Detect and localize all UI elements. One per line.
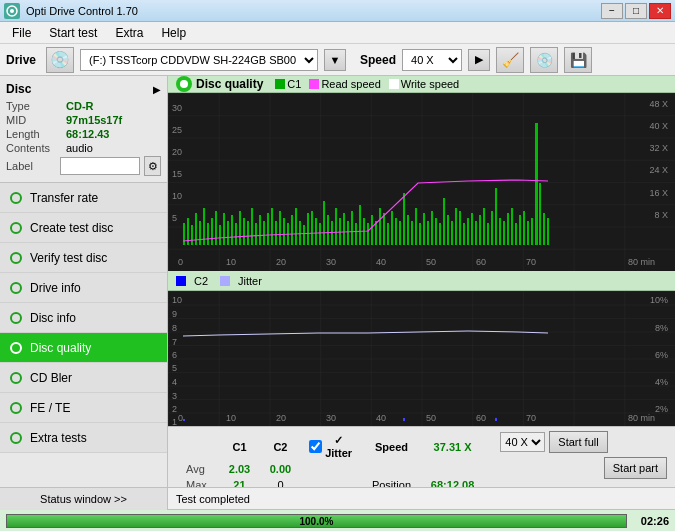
svg-rect-117 [539, 183, 541, 245]
svg-rect-118 [543, 213, 545, 245]
svg-rect-116 [535, 123, 538, 245]
drive-select[interactable]: (F:) TSSTcorp CDDVDW SH-224GB SB00 [80, 49, 318, 71]
svg-text:20: 20 [172, 147, 182, 157]
svg-rect-105 [491, 211, 493, 245]
sidebar-item-extra-tests[interactable]: Extra tests [0, 423, 167, 453]
sidebar-label-disc-quality: Disc quality [30, 341, 91, 355]
stats-speed-select[interactable]: 40 X [500, 432, 545, 452]
svg-text:10: 10 [226, 257, 236, 267]
speed-stat-label: Speed [375, 441, 408, 453]
jitter-check-label: ✓ Jitter [325, 434, 352, 459]
svg-rect-107 [499, 218, 501, 245]
progress-percent: 100.0% [7, 515, 626, 529]
start-full-button[interactable]: Start full [549, 431, 607, 453]
svg-rect-91 [435, 218, 437, 245]
sidebar-item-transfer-rate[interactable]: Transfer rate [0, 183, 167, 213]
svg-text:60: 60 [476, 413, 486, 423]
sidebar-label-transfer-rate: Transfer rate [30, 191, 98, 205]
label-settings-icon[interactable]: ⚙ [144, 156, 161, 176]
svg-rect-90 [431, 211, 433, 245]
disc-collapse-btn[interactable]: ▶ [153, 84, 161, 95]
svg-text:0: 0 [178, 257, 183, 267]
svg-rect-102 [479, 215, 481, 245]
sidebar-item-create-test-disc[interactable]: Create test disc [0, 213, 167, 243]
progressbar: 100.0% 02:26 [0, 509, 675, 531]
speed-btn-row: 40 X Start full [500, 431, 667, 453]
svg-text:32 X: 32 X [649, 143, 668, 153]
svg-rect-98 [463, 223, 465, 245]
svg-rect-74 [367, 223, 369, 245]
menu-start-test[interactable]: Start test [41, 24, 105, 42]
svg-rect-44 [247, 221, 249, 245]
svg-text:70: 70 [526, 257, 536, 267]
sidebar-item-disc-quality[interactable]: Disc quality [0, 333, 167, 363]
sidebar-item-cd-bler[interactable]: CD Bler [0, 363, 167, 393]
read-legend-label: Read speed [321, 78, 380, 90]
save-icon-btn[interactable]: 💾 [564, 47, 592, 73]
svg-rect-123 [168, 291, 675, 426]
svg-rect-32 [199, 221, 201, 245]
svg-text:10%: 10% [650, 295, 668, 305]
svg-rect-46 [255, 223, 257, 245]
svg-rect-49 [267, 213, 269, 245]
svg-rect-92 [439, 223, 441, 245]
svg-rect-48 [263, 221, 265, 245]
sidebar-item-verify-test-disc[interactable]: Verify test disc [0, 243, 167, 273]
svg-rect-60 [311, 211, 313, 245]
svg-text:0: 0 [178, 413, 183, 423]
progress-track: 100.0% [6, 514, 627, 528]
avg-c2-value: 0.00 [262, 462, 299, 476]
sidebar-item-fe-te[interactable]: FE / TE [0, 393, 167, 423]
svg-rect-42 [239, 211, 241, 245]
speed-label: Speed [360, 53, 396, 67]
svg-rect-47 [259, 215, 261, 245]
sidebar-menu: Transfer rate Create test disc Verify te… [0, 183, 167, 487]
menu-file[interactable]: File [4, 24, 39, 42]
maximize-button[interactable]: □ [625, 3, 647, 19]
svg-rect-82 [399, 221, 401, 245]
svg-rect-101 [475, 221, 477, 245]
sidebar-item-disc-info[interactable]: Disc info [0, 303, 167, 333]
start-part-button[interactable]: Start part [604, 457, 667, 479]
status-window-button[interactable]: Status window >> [0, 488, 168, 510]
drive-label: Drive [6, 53, 36, 67]
svg-text:8 X: 8 X [654, 210, 668, 220]
svg-text:10: 10 [172, 295, 182, 305]
minimize-button[interactable]: − [601, 3, 623, 19]
svg-text:20: 20 [276, 257, 286, 267]
speed-select[interactable]: 40 X [402, 49, 462, 71]
svg-rect-57 [299, 221, 301, 245]
max-c2-value: 0 [262, 478, 299, 487]
label-input[interactable] [60, 157, 140, 175]
close-button[interactable]: ✕ [649, 3, 671, 19]
jitter-checkbox[interactable] [309, 440, 322, 453]
chart-legend: C1 Read speed Write speed [275, 78, 459, 90]
svg-text:40 X: 40 X [649, 121, 668, 131]
svg-rect-71 [355, 223, 357, 245]
svg-text:80 min: 80 min [628, 257, 655, 267]
disc-check-icon-btn[interactable]: 💿 [530, 47, 558, 73]
svg-rect-79 [387, 223, 389, 245]
svg-rect-38 [223, 213, 225, 245]
stats-right: 40 X Start full Start part [492, 427, 675, 487]
sidebar-item-drive-info[interactable]: Drive info [0, 273, 167, 303]
stats-left: C1 C2 ✓ Jitter Speed 37.3 [168, 427, 492, 487]
svg-rect-99 [467, 218, 469, 245]
svg-rect-43 [243, 218, 245, 245]
menu-extra[interactable]: Extra [107, 24, 151, 42]
svg-rect-100 [471, 213, 473, 245]
mid-label: MID [6, 114, 66, 126]
mid-value: 97m15s17f [66, 114, 122, 126]
svg-rect-108 [503, 221, 505, 245]
svg-rect-30 [191, 225, 193, 245]
menu-help[interactable]: Help [153, 24, 194, 42]
write-legend-dot [389, 79, 399, 89]
speed-arrow-btn[interactable]: ▶ [468, 49, 490, 71]
speed-stat-value: 37.31 X [423, 433, 482, 460]
svg-text:50: 50 [426, 257, 436, 267]
svg-rect-58 [303, 225, 305, 245]
svg-point-2 [180, 80, 188, 88]
svg-rect-28 [183, 223, 185, 245]
drive-refresh-btn[interactable]: ▼ [324, 49, 346, 71]
erase-icon-btn[interactable]: 🧹 [496, 47, 524, 73]
